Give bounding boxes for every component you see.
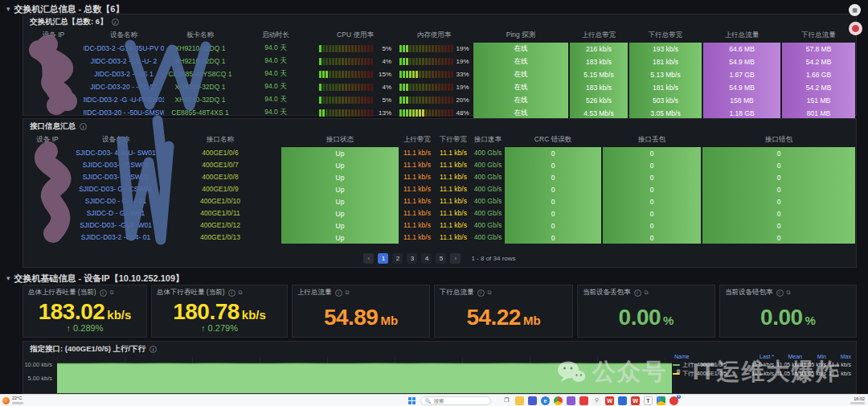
column-header[interactable]: CRC 错误数 [504, 133, 602, 146]
device-name-link[interactable]: JIDC-D03-2 -G14-35U-PV 02 [84, 42, 164, 55]
edge-icon[interactable]: e [541, 396, 550, 405]
device-name-link[interactable]: JIDC-D03-2 - -AS 1 [84, 68, 164, 80]
device-name-link[interactable]: SJIDC-D03- -G14- W01 [72, 219, 160, 231]
column-header[interactable]: 设备名称 [84, 28, 164, 42]
device-name-link[interactable]: SJIDC-D03- G - CSW01 [72, 182, 160, 195]
legend-max-value: 11.1 kb/s [826, 360, 851, 369]
stat-panel-title[interactable]: 总体上行吞吐量 (当前)i⧉ [23, 285, 146, 297]
gauge-value: 19% [457, 84, 469, 91]
teams-icon[interactable] [528, 396, 537, 405]
screenshot-icon[interactable] [567, 396, 575, 405]
device-name-link[interactable]: JIDC-D03-20 - -50U-SMSW [84, 106, 164, 119]
column-header[interactable]: 内存使用率 [395, 28, 473, 42]
column-header[interactable]: 下行总带宽 [628, 28, 702, 42]
stat-panel-title[interactable]: 当前设备丢包率i⧉ [578, 285, 714, 297]
column-header[interactable]: 设备 IP [23, 28, 84, 42]
panel-title[interactable]: 接口信息汇总 i [23, 119, 856, 133]
column-header[interactable]: 上行总带宽 [569, 28, 628, 42]
column-header[interactable]: 接口状态 [280, 133, 399, 146]
column-header[interactable]: 启动时长 [236, 28, 315, 42]
column-header[interactable]: CPU 使用率 [315, 28, 395, 42]
xiaohongshu-icon[interactable] [579, 396, 588, 405]
pagination-page-button[interactable]: 1 [378, 253, 388, 264]
floating-badge-button[interactable] [849, 22, 862, 35]
legend-column-header[interactable]: Last * [747, 353, 774, 360]
info-icon[interactable]: i [112, 18, 119, 26]
info-icon[interactable]: i [776, 289, 784, 297]
word-icon[interactable]: W [631, 396, 640, 405]
taskbar-clock[interactable]: 16:02 [850, 396, 868, 404]
legend-column-header[interactable]: Max [826, 353, 851, 360]
legend-series-name[interactable]: 下行: 400GE1/0/5 [673, 369, 747, 378]
device-name-link[interactable]: SJIDC-D03- - CSW01 [72, 170, 160, 182]
info-icon[interactable]: i [80, 123, 87, 130]
pagination-page-button[interactable]: 2 [392, 253, 403, 264]
panel-link-icon[interactable]: ⧉ [110, 289, 114, 296]
column-header[interactable]: 上行总流量 [702, 28, 781, 42]
column-header[interactable]: 下行带宽 [435, 133, 472, 146]
chrome-icon[interactable] [554, 396, 563, 405]
cell-interface-rate: 400 Gb/s [472, 207, 504, 219]
column-header[interactable]: 接口错包 [702, 133, 856, 146]
panel-link-icon[interactable]: ⧉ [645, 289, 649, 296]
info-icon[interactable]: i [335, 289, 342, 297]
docs-icon[interactable] [618, 396, 627, 405]
pagination-page-button[interactable]: 5 [436, 253, 446, 264]
pin-icon[interactable]: ⚲ [592, 396, 601, 405]
info-icon[interactable]: i [228, 289, 235, 297]
dashboard-row-switch-basic[interactable]: ▾ 交换机基础信息 - 设备IP【10.10.252.109】 [6, 273, 184, 285]
pagination-prev-button[interactable]: ‹ [363, 253, 374, 264]
column-header[interactable]: 下行总流量 [781, 28, 856, 42]
column-header[interactable]: 设备名称 [72, 133, 160, 146]
device-name-link[interactable]: SJIDC-D - G - W01 [72, 207, 160, 219]
device-name-link[interactable]: SJIDC-D03- - CSW01 [72, 158, 160, 170]
search-input[interactable] [434, 398, 482, 404]
stat-panel-title[interactable]: 下行总流量i⧉ [435, 285, 572, 297]
info-icon[interactable]: i [477, 289, 485, 297]
panel-link-icon[interactable]: ⧉ [346, 289, 350, 296]
panel-link-icon[interactable]: ⧉ [488, 289, 492, 296]
red-seal-icon [851, 24, 860, 33]
device-name-link[interactable]: JIDC-D03-2 -G1 -U- 2 [84, 55, 164, 68]
panel-link-icon[interactable]: ⧉ [787, 289, 791, 296]
device-name-link[interactable]: SJIDC-D0 - G - 4 01 [72, 195, 160, 207]
legend-series-name[interactable]: 上行: 400GE1/0/5 [673, 360, 747, 369]
mail-icon[interactable]: 9 [669, 396, 678, 405]
column-header[interactable]: 板卡名称 [164, 28, 236, 42]
file-explorer-icon[interactable] [515, 396, 524, 405]
pagination-page-button[interactable]: 3 [407, 253, 417, 264]
taskbar-search[interactable]: 🔍 [420, 396, 491, 405]
panel-link-icon[interactable]: ⧉ [239, 289, 243, 296]
stat-panel-title[interactable]: 当前设备错包率i⧉ [720, 285, 856, 297]
info-icon[interactable]: i [149, 346, 157, 353]
legend-column-header[interactable]: Name [673, 353, 747, 360]
task-view-icon[interactable]: ❐ [502, 396, 511, 405]
column-header[interactable]: 接口丢包 [602, 133, 702, 146]
pagination-next-button[interactable]: › [450, 253, 461, 264]
chart-plot-area[interactable] [57, 357, 672, 394]
column-header[interactable]: 设备 IP [23, 133, 72, 146]
info-icon[interactable]: i [634, 289, 641, 297]
device-name-link[interactable]: SJIDC-D03- 4-44U- SW01 [72, 146, 160, 158]
taskbar-weather-widget[interactable]: 22°C [0, 396, 96, 404]
column-header[interactable]: Ping 探测 [473, 28, 569, 42]
device-name-link[interactable]: JIDC-D03-2 -G -U-PASW01 [84, 93, 164, 106]
pagination-page-button[interactable]: 4 [421, 253, 432, 264]
device-name-link[interactable]: SJIDC-D03-2 -G14- 01 [72, 231, 160, 243]
stat-value-area: 180.78kb/s↑ 0.279% [152, 297, 287, 337]
legend-column-header[interactable]: Min [802, 353, 826, 360]
drive-icon[interactable] [657, 396, 665, 405]
column-header[interactable]: 接口速率 [472, 133, 504, 146]
column-header[interactable]: 上行带宽 [399, 133, 435, 146]
stat-panel-title[interactable]: 上行总流量i⧉ [293, 285, 429, 297]
panel-title[interactable]: 交换机汇总【总数: 6】 i [23, 14, 856, 28]
stat-panel-title[interactable]: 总体下行吞吐量 (当前)i⧉ [152, 285, 287, 297]
column-header[interactable]: 接口名称 [160, 133, 280, 146]
device-name-link[interactable]: JIDC-D03-20 - -PC 01 [84, 80, 164, 93]
info-icon[interactable]: i [100, 289, 107, 297]
typora-icon[interactable]: T [644, 396, 653, 405]
floating-extension-button[interactable]: ▦ [849, 4, 861, 16]
wps-icon[interactable]: W [605, 396, 614, 405]
start-button[interactable] [408, 397, 416, 404]
legend-column-header[interactable]: Mean [774, 353, 802, 360]
